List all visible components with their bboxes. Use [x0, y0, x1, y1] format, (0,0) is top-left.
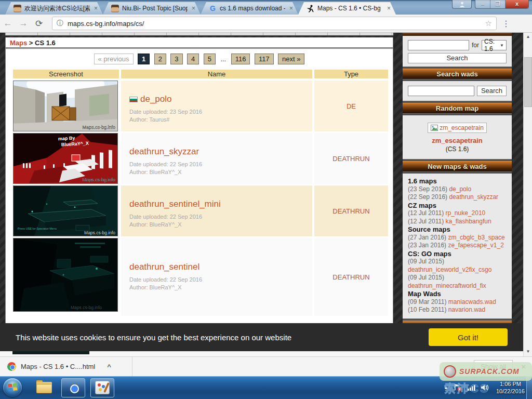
taskbar-clock[interactable]: 1:06 PM 10/22/2016 — [494, 380, 525, 395]
map-search-button[interactable]: Search — [408, 53, 507, 63]
map-name-link[interactable]: deathrun_sentinel_mini — [129, 199, 221, 209]
header-type: Type — [314, 70, 388, 78]
breadcrumb-separator: > — [27, 39, 35, 47]
scroll-up-icon[interactable]: ▲ — [524, 33, 532, 41]
map-date: Date uploaded: 22 Sep 2016 — [129, 213, 312, 221]
cookie-accept-button[interactable]: Got it! — [429, 328, 508, 346]
map-name-link[interactable]: de_polo — [129, 94, 172, 104]
tab-forum[interactable]: 欢迎访问索沛CS论坛[索 × — [5, 2, 103, 15]
pagination-page-1[interactable]: 1 — [138, 54, 150, 64]
list-item: (09 Mar 2011) maniacwads.wad — [408, 298, 507, 307]
list-item: (10 Feb 2011) navarion.wad — [408, 306, 507, 314]
map-screenshot-thumbnail[interactable]: Maps.cs-bg.info — [13, 238, 118, 312]
back-icon[interactable]: ← — [0, 18, 16, 29]
list-item: (22 Sep 2016) deathrun_skyzzar — [408, 193, 507, 202]
scroll-down-icon[interactable]: ▼ — [524, 348, 532, 356]
tab-maps-cs-bg[interactable]: Maps - CS 1.6 • CS-bg × — [298, 2, 396, 15]
page-sliver — [0, 351, 523, 356]
map-name-link[interactable]: deathrun_skyzzar — [129, 147, 199, 157]
show-all-downloads-button[interactable]: Show all — [474, 360, 513, 373]
map-link[interactable]: de_polo — [449, 185, 471, 193]
close-button[interactable]: x — [506, 0, 528, 8]
broken-image-icon — [431, 125, 438, 131]
map-link[interactable]: navarion.wad — [448, 306, 485, 313]
map-link[interactable]: ka_flashbangfun — [446, 218, 491, 225]
map-type: DEATHRUN — [314, 238, 388, 316]
address-bar[interactable]: ⓘ maps.cs-bg.info/maps/cs/ ☆ — [52, 17, 497, 30]
tab-close-icon[interactable]: × — [191, 5, 196, 12]
tab-google-search[interactable]: G cs 1.6 maps download - × — [201, 2, 298, 15]
network-signal-icon[interactable] — [467, 384, 476, 391]
game-select[interactable]: CS: 1.6 ▼ — [482, 40, 507, 50]
header-screenshot: Screenshot — [13, 70, 119, 78]
url-text[interactable]: maps.cs-bg.info/maps/cs/ — [68, 20, 485, 28]
profile-button[interactable] — [452, 0, 472, 9]
speaker-icon[interactable] — [481, 384, 489, 391]
map-link[interactable]: deathrun_skyzzar — [449, 193, 498, 201]
random-map-image-link[interactable]: zm_escapetrain — [428, 123, 487, 133]
taskbar-chrome-button[interactable] — [61, 378, 85, 397]
map-screenshot-thumbnail[interactable]: Maps.cs-bg.info — [13, 81, 118, 131]
map-link[interactable]: rp_nuke_2010 — [446, 209, 486, 217]
download-item[interactable]: Maps - CS 1.6 • C....html ^ — [0, 362, 111, 371]
table-header-row: Screenshot Name Type — [13, 70, 388, 78]
page-info-icon[interactable]: ⓘ — [57, 19, 63, 28]
pagination-page-3[interactable]: 3 — [170, 54, 182, 64]
action-center-flag-icon[interactable] — [453, 383, 462, 392]
screenshot-text: map By — [58, 135, 75, 141]
pagination-page-2[interactable]: 2 — [154, 54, 166, 64]
breadcrumb-maps-link[interactable]: Maps — [10, 39, 27, 47]
windows-taskbar: ▲ 1:06 PM 10/22/2016 — [0, 376, 532, 399]
map-link[interactable]: maniacwads.wad — [448, 298, 496, 305]
map-link[interactable]: deathrun_minecraftworld_fix — [408, 282, 507, 290]
reload-icon[interactable]: ⟳ — [31, 18, 47, 29]
screenshot-watermark: Maps.cs-bg.info — [83, 125, 115, 130]
random-map-link[interactable]: zm_escapetrain — [408, 137, 507, 144]
list-item: (12 Jul 2011) ka_flashbangfun — [408, 218, 507, 226]
tab-post-topic[interactable]: Niu.Bi- Post Topic [Suop × — [103, 2, 201, 15]
wads-search-input[interactable] — [408, 86, 474, 96]
download-filename: Maps - CS 1.6 • C....html — [21, 363, 95, 370]
tab-close-icon[interactable]: × — [288, 5, 294, 12]
pagination-page-5[interactable]: 5 — [204, 54, 216, 64]
chrome-menu-icon[interactable]: ⋮ — [502, 19, 511, 29]
map-name-link[interactable]: deathrun_sentinel — [129, 262, 200, 272]
map-search-input[interactable] — [408, 40, 469, 50]
breadcrumb: Maps > CS 1.6 — [6, 37, 393, 49]
tab-close-icon[interactable]: × — [386, 5, 392, 12]
taskbar-explorer-button[interactable] — [32, 378, 56, 397]
map-link[interactable]: ze_fapescape_v1_2 — [448, 242, 503, 249]
taskbar-paint-button[interactable] — [90, 378, 114, 397]
map-link[interactable]: zm_cbglc_b3_space — [448, 234, 504, 241]
map-screenshot-thumbnail[interactable]: map By BlueRaY^_X Maps.cs-bg.info — [13, 133, 118, 184]
random-map-panel: zm_escapetrain zm_escapetrain (CS 1.6) — [403, 115, 512, 159]
show-desktop-button[interactable] — [526, 376, 532, 399]
tab-close-icon[interactable]: × — [93, 5, 99, 12]
map-link[interactable]: deathrun_iceworld_v2fix_csgo — [408, 266, 507, 274]
forward-icon[interactable]: → — [16, 18, 31, 29]
windows-flag-icon — [8, 383, 18, 392]
pagination-page-117[interactable]: 117 — [255, 54, 274, 64]
bookmark-star-icon[interactable]: ☆ — [485, 19, 492, 28]
minimize-button[interactable]: – — [475, 0, 490, 8]
browser-scrollbar[interactable]: ▲ ▼ — [523, 33, 532, 356]
pagination-page-116[interactable]: 116 — [231, 54, 250, 64]
pagination-next[interactable]: next » — [278, 54, 304, 64]
table-row: Maps.cs-bg.info deathrun_sentinel Date u… — [13, 238, 388, 316]
start-button[interactable] — [3, 378, 22, 397]
hidden-icons-icon[interactable]: ▲ — [444, 385, 448, 390]
chevron-up-icon[interactable]: ^ — [107, 363, 111, 370]
screenshot-watermark: Maps.cs-bg.info — [71, 305, 102, 310]
map-author: Author: BlueRaY^_X — [129, 221, 312, 229]
maps-content-panel: Maps > CS 1.6 « previous 1 2 3 4 5 ... 1… — [5, 37, 393, 356]
maximize-button[interactable]: ❐ — [490, 0, 506, 8]
scrollbar-thumb[interactable] — [524, 57, 532, 107]
close-download-bar-icon[interactable]: × — [521, 362, 526, 371]
cookie-notice: This website uses cookies to ensure you … — [0, 323, 523, 351]
pagination-previous[interactable]: « previous — [94, 54, 134, 64]
map-screenshot-thumbnail[interactable]: Press USE for Spectator Menu Maps.cs-bg.… — [13, 185, 118, 236]
wads-search-button[interactable]: Search — [477, 86, 507, 96]
cs-runner-icon — [307, 5, 314, 12]
pagination-page-4[interactable]: 4 — [187, 54, 199, 64]
forum-avatar-icon — [14, 5, 21, 12]
